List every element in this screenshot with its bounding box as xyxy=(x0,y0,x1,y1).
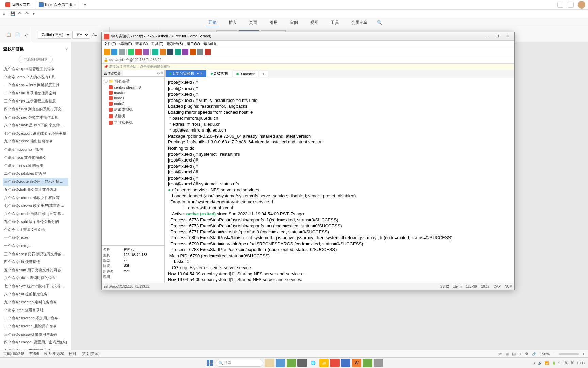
nav-item[interactable]: 个命令: tree 查看目录结 xyxy=(3,306,68,315)
menu-item[interactable]: 窗口(W) xyxy=(186,41,200,46)
menu-member[interactable]: 会员专享 xyxy=(348,18,370,27)
nav-item[interactable]: 八个命令: awk 是linux下的 个文件映射管 xyxy=(3,121,68,129)
menu-icon[interactable]: ≡ xyxy=(3,11,8,17)
tree-host[interactable]: 测试虚拟机 xyxy=(103,106,163,113)
xshell-address-bar[interactable]: 🔒 ssh://root:****@192.168.71.133:22 xyxy=(102,56,514,64)
nav-item[interactable]: 九个命令: crontab 定时任务命令 xyxy=(3,298,68,306)
minimize-icon[interactable]: — xyxy=(482,33,492,40)
menu-item[interactable]: 选项卡(B) xyxy=(167,41,183,46)
nav-item[interactable]: 三个命令: passwd 修改用户密码 xyxy=(3,331,68,339)
taskbar-chrome[interactable]: 🌐 xyxy=(308,359,318,367)
fullscreen-icon[interactable] xyxy=(197,49,203,55)
search-icon[interactable]: 🔍 xyxy=(377,20,382,26)
nav-item[interactable]: 二个命令: userdel 删除用户命令 xyxy=(3,322,68,331)
nav-item[interactable]: 四个命令: chage (设置用户密码后)[来] xyxy=(3,338,68,347)
nav-item[interactable]: 七个命令: export 设置或显示环境变量 xyxy=(3,129,68,138)
nav-item[interactable]: 七个命令: wc 统计计数相干书式等信息 xyxy=(3,282,68,290)
taskbar-app-8[interactable] xyxy=(374,359,383,367)
reconnect-icon[interactable] xyxy=(143,49,149,55)
nav-item[interactable]: 三个命令:route 命令用于显示和操作IP路由表 xyxy=(3,178,68,186)
props-icon[interactable] xyxy=(175,49,181,55)
format-painter-icon[interactable]: 🖌 xyxy=(22,31,30,39)
wps-tab-cloud[interactable]: 我的云文档 xyxy=(3,1,33,8)
nav-item[interactable]: 五个命令: diff 用于比较文件的同容 xyxy=(3,266,68,274)
nav-item[interactable]: 五个命令: sed 替换文本操作工具 xyxy=(3,113,68,122)
dropdown-icon[interactable]: ▾ xyxy=(33,11,38,17)
tray-icon[interactable]: 🔋 xyxy=(552,361,556,365)
tree-host[interactable]: master xyxy=(103,90,163,95)
link-icon[interactable]: 🔗 xyxy=(532,352,537,356)
add-tab-button[interactable]: + xyxy=(82,1,88,8)
taskbar-app-3[interactable] xyxy=(287,359,296,367)
taskbar-app-6[interactable] xyxy=(341,359,350,367)
nav-item[interactable]: 个命令: scp 文件传输命令 xyxy=(3,154,68,162)
font-icon[interactable] xyxy=(190,49,196,55)
taskbar-search[interactable]: 🔍 搜索 xyxy=(216,359,263,367)
connect-icon[interactable] xyxy=(128,49,134,55)
paste-icon[interactable] xyxy=(160,49,166,55)
system-tray[interactable]: ∧🔊📶🔋中英拼19:17 xyxy=(533,361,585,365)
nav-item[interactable]: 个命令: tail 查看文件命令 xyxy=(3,226,68,234)
menu-ref[interactable]: 引用 xyxy=(267,18,280,27)
menu-item[interactable]: 查看(V) xyxy=(135,41,148,46)
menu-item[interactable]: 帮助(H) xyxy=(203,41,216,46)
nav-item[interactable]: 个命令: tcpdump --抓包 xyxy=(3,145,68,154)
nav-item[interactable]: 二个命令: du 目录磁盘使用空间 xyxy=(3,89,68,97)
window-btn-1[interactable] xyxy=(557,2,564,8)
redo-icon[interactable]: ↷ xyxy=(25,11,31,17)
terminal-tab[interactable]: 1 学习实验机 ▾ × xyxy=(165,70,206,77)
close-icon[interactable]: ✕ xyxy=(502,33,512,40)
taskbar-app-1[interactable] xyxy=(265,359,274,367)
view-icon[interactable]: 👁 xyxy=(498,352,502,356)
nav-item[interactable]: 五个命令:halt 命令防止文件破坏 xyxy=(3,186,68,194)
open-icon[interactable] xyxy=(111,49,117,55)
zoom-level[interactable]: 150% xyxy=(540,352,550,356)
nav-item[interactable]: 一个命令: exec xyxy=(3,234,68,242)
menu-view[interactable]: 视图 xyxy=(308,18,321,27)
menu-item[interactable]: 文件(F) xyxy=(104,41,116,46)
taskbar-explorer[interactable]: 📁 xyxy=(319,359,329,367)
tray-icon[interactable]: 📶 xyxy=(545,361,549,365)
menu-item[interactable]: 工具(T) xyxy=(151,41,163,46)
nav-item[interactable]: 一个命令: xargs xyxy=(3,242,68,250)
menu-insert[interactable]: 插入 xyxy=(226,18,240,27)
window-btn-2[interactable] xyxy=(568,2,574,8)
play-icon[interactable]: ▷ xyxy=(519,352,522,356)
maximize-icon[interactable]: ☐ xyxy=(492,33,502,40)
transfer-icon[interactable] xyxy=(205,49,211,55)
session-manager-tab[interactable]: 会话管理器 xyxy=(102,70,123,76)
menu-item[interactable]: 编辑(E) xyxy=(119,41,132,46)
terminal-output[interactable]: [root@xuexi /]#[root@xuexi /]#[root@xuex… xyxy=(165,77,514,283)
tree-host[interactable]: node2 xyxy=(103,101,163,106)
tray-icon[interactable]: 🔊 xyxy=(538,361,542,365)
tree-host[interactable]: node1 xyxy=(103,95,163,101)
new-session-icon[interactable] xyxy=(104,49,110,55)
save-icon[interactable]: 💾 xyxy=(10,11,16,17)
xshell-titlebar[interactable]: 学习实验机 - root@xuexi:/ - Xshell 7 (Free fo… xyxy=(102,32,514,41)
disconnect-icon[interactable] xyxy=(135,49,142,55)
menu-tools[interactable]: 工具 xyxy=(328,18,342,27)
nav-item[interactable]: 三个命令: scp 跨行标识现有文件的命令 xyxy=(3,250,68,258)
tree-host[interactable]: 被控机 xyxy=(103,113,163,119)
nav-item[interactable]: 个命令: firewalld 防火墙 xyxy=(3,162,68,170)
nav-search-button[interactable]: 导航窗口到目录 xyxy=(19,56,53,63)
taskbar-app-7[interactable] xyxy=(363,359,372,367)
nav-item[interactable]: 二个命令: useradd 添加用户命令 xyxy=(3,314,68,322)
avatar[interactable] xyxy=(578,1,585,9)
taskbar-wps[interactable]: W xyxy=(352,359,361,367)
nav-item[interactable]: 四个命令: ln 使链接连 xyxy=(3,258,68,266)
color-icon[interactable] xyxy=(182,49,188,55)
terminal-tab[interactable]: 2 被控机 xyxy=(207,70,232,77)
layout-icon[interactable]: ▦ xyxy=(505,352,509,356)
font-name-select[interactable]: Calibri (正文) xyxy=(38,31,71,39)
nav-item[interactable]: 八个命令: at 提前预定任务 xyxy=(3,290,68,298)
nav-item[interactable]: 九个命令: split 该个命令会拆分的 xyxy=(3,218,68,226)
settings-icon[interactable]: ⚙ xyxy=(525,352,528,356)
zoom-out-icon[interactable]: − xyxy=(553,352,555,356)
taskbar-app-5[interactable] xyxy=(330,359,340,367)
menu-start[interactable]: 开始 xyxy=(206,18,219,27)
tree-host[interactable]: centos stream 8 xyxy=(103,85,163,90)
add-tab-button[interactable]: + xyxy=(259,71,268,77)
nav-item[interactable]: 九个命令: rpm 包管理工具命令 xyxy=(3,65,68,73)
nav-close-icon[interactable]: × xyxy=(65,47,68,52)
